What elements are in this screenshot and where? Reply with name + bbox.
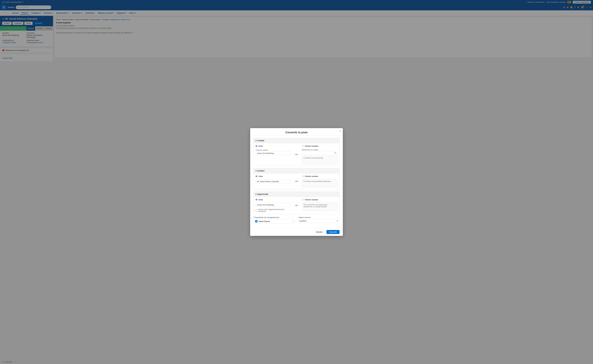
opportunite-section-content: Créer Ne pas créer d'opportunité lors de… — [254, 197, 339, 214]
compte-section-label: Compte — [257, 139, 264, 142]
contact-existing-label: Choisir existant — [305, 175, 318, 177]
modal-bottom-fields: Propriétaire de l'enregistrement M Marti… — [253, 216, 340, 224]
statut-select[interactable]: Qualified Working Nurturing — [298, 219, 340, 223]
compte-create-col: Créer Nom du compte — [256, 145, 291, 164]
compte-existing-radio[interactable] — [302, 145, 304, 147]
contact-create-col: Créer — [256, 175, 291, 187]
compte-existing-label: Choisir existant — [305, 145, 318, 147]
opportunite-name-input[interactable] — [256, 203, 291, 207]
opportunite-existing-radio-group: Choisir existant — [302, 199, 337, 201]
proprietaire-field: Propriétaire de l'enregistrement M Marti… — [253, 216, 295, 224]
contact-divider: - OU - — [293, 175, 300, 187]
compte-section-content: Créer Nom du compte - OU - — [254, 143, 339, 166]
statut-field: Statut converti Qualified Working Nurtur… — [298, 216, 340, 224]
opportunite-search-hint: Pour rechercher une opportunité, sélecti… — [303, 204, 327, 208]
contact-create-radio[interactable] — [256, 176, 257, 177]
proprietaire-label: Propriétaire de l'enregistrement — [253, 216, 295, 218]
nom-compte-input[interactable] — [256, 151, 291, 155]
modal-header: Convertir la piste × — [250, 128, 343, 136]
compte-section-header: ▾ Compte — [254, 138, 339, 143]
compte-existing-col: Choisir existant Rechercher un compte 🔍 … — [302, 145, 337, 164]
owner-clear-icon[interactable]: × — [293, 220, 294, 222]
rechercher-compte-field: Rechercher un compte 🔍 — [302, 149, 337, 155]
modal-title: Convertir la piste — [285, 131, 308, 134]
opportunite-create-radio[interactable] — [256, 199, 257, 201]
compte-ou-label: - OU - — [294, 154, 299, 156]
contact-existing-radio-group: Choisir existant — [302, 175, 337, 177]
contact-section-header: ▾ Contact — [254, 168, 339, 173]
opportunite-ou-label: - OU - — [294, 205, 299, 207]
nom-compte-label: Nom du compte — [256, 149, 291, 151]
owner-avatar: M — [255, 220, 258, 223]
opportunite-match-box: Pour rechercher une opportunité, sélecti… — [302, 203, 337, 211]
contact-section: ▾ Contact Créer - OU - — [253, 168, 340, 189]
opportunite-create-col: Créer Ne pas créer d'opportunité lors de… — [256, 199, 291, 212]
compte-chevron-icon[interactable]: ▾ — [256, 139, 257, 142]
nom-compte-field: Nom du compte — [256, 149, 291, 155]
opportunite-section-header: ▾ Opportunité — [254, 192, 339, 197]
search-compte-icon: 🔍 — [334, 152, 336, 154]
compte-section: ▾ Compte Créer Nom du compte — [253, 138, 340, 166]
contact-match-text: 0 Contact correspondantes détectées — [303, 180, 330, 182]
contact-match-box: 0 Contact correspondantes détectées — [302, 179, 337, 187]
rechercher-compte-wrapper: 🔍 — [302, 151, 337, 155]
opportunite-section-label: Opportunité — [257, 193, 268, 195]
opportunite-divider: - OU - — [293, 199, 300, 212]
rechercher-compte-input[interactable] — [302, 151, 337, 155]
contact-section-label: Contact — [257, 170, 264, 172]
rechercher-compte-label: Rechercher un compte — [302, 149, 337, 151]
compte-create-radio-group: Créer — [256, 145, 291, 147]
compte-existing-radio-group: Choisir existant — [302, 145, 337, 147]
contact-ou-label: - OU - — [294, 180, 299, 182]
modal-overlay: Convertir la piste × ▾ Compte Créer — [0, 0, 593, 364]
convert-modal: Convertir la piste × ▾ Compte Créer — [250, 128, 343, 236]
compte-create-radio[interactable] — [256, 145, 257, 147]
compte-divider: - OU - — [293, 145, 300, 164]
opportunite-existing-radio[interactable] — [302, 199, 304, 201]
annuler-button[interactable]: Annuler — [313, 230, 325, 234]
contact-name-input[interactable] — [256, 180, 291, 183]
contact-create-radio-group: Créer — [256, 175, 291, 177]
compte-create-label: Créer — [258, 145, 263, 147]
convert-button[interactable]: Convertir — [326, 230, 340, 234]
contact-chevron-icon[interactable]: ▾ — [256, 170, 257, 172]
opportunite-checkbox-row: Ne pas créer d'opportunité lors de la co… — [256, 208, 291, 212]
contact-existing-radio[interactable] — [302, 176, 304, 177]
compte-match-box: 0 Compte correspondantes — [302, 156, 337, 164]
opportunite-existing-label: Choisir existant — [305, 199, 318, 201]
proprietaire-value: Martin Dupont — [259, 220, 270, 222]
contact-section-content: Créer - OU - Choisir existant 0 Cont — [254, 173, 339, 189]
opportunite-no-create-label: Ne pas créer d'opportunité lors de la co… — [258, 208, 291, 212]
opportunite-existing-col: Choisir existant Pour rechercher une opp… — [302, 199, 337, 212]
compte-match-text: 0 Compte correspondantes — [303, 157, 323, 159]
modal-body: ▾ Compte Créer Nom du compte — [250, 136, 343, 228]
contact-create-label: Créer — [258, 175, 263, 177]
proprietaire-input[interactable]: M Martin Dupont × — [253, 219, 295, 224]
modal-footer: Annuler Convertir — [250, 228, 343, 236]
opportunite-create-radio-group: Créer — [256, 199, 291, 201]
opportunite-no-create-checkbox[interactable] — [256, 210, 257, 211]
opportunite-create-label: Créer — [258, 199, 263, 201]
modal-close-button[interactable]: × — [339, 130, 341, 133]
contact-existing-col: Choisir existant 0 Contact correspondant… — [302, 175, 337, 187]
opportunite-section: ▾ Opportunité Créer Ne pas créer d'oppor… — [253, 192, 340, 214]
statut-label: Statut converti — [298, 216, 340, 218]
opportunite-chevron-icon[interactable]: ▾ — [256, 193, 257, 195]
